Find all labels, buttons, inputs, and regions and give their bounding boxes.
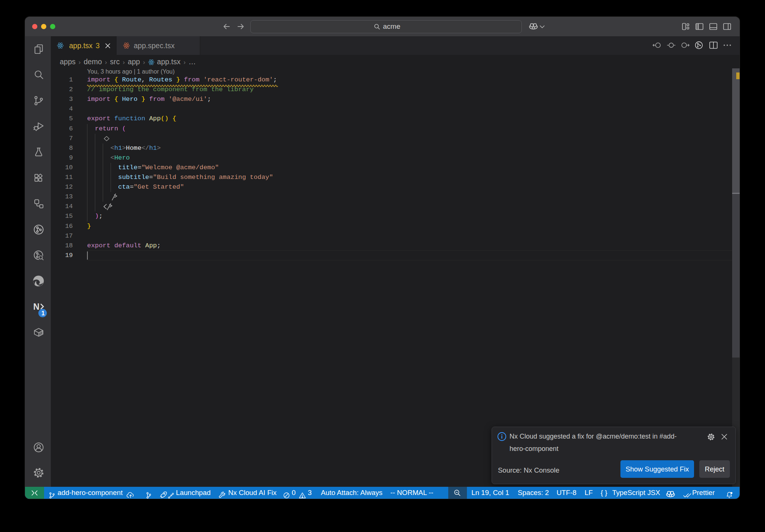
svg-text:N: N (33, 302, 40, 312)
svg-text:1: 1 (41, 310, 45, 316)
